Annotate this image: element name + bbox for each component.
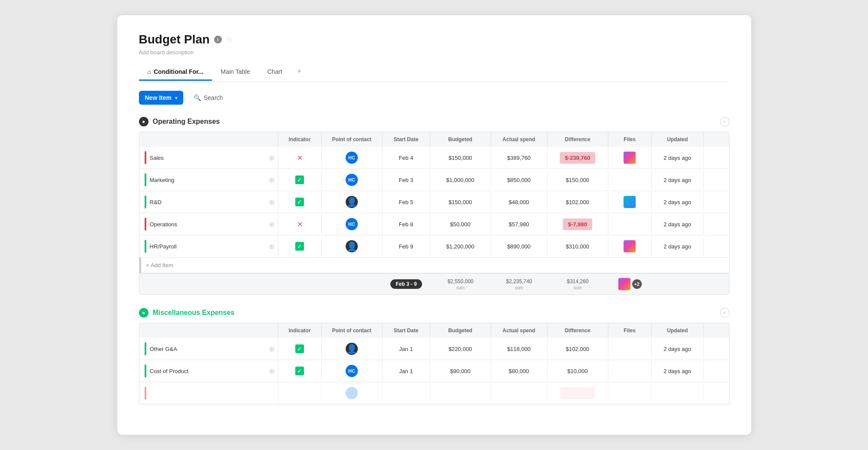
summary-actual: $2,235,740 sum: [491, 274, 548, 294]
row-marketing-action: [704, 170, 721, 189]
row-marketing-contact[interactable]: HC: [322, 169, 383, 190]
row-cost-product-name[interactable]: Cost of Product ⊕: [139, 360, 278, 382]
add-item-row[interactable]: + Add Item: [139, 258, 729, 273]
row-marketing-name[interactable]: Marketing ⊕: [139, 169, 278, 191]
row-hrpayroll-contact[interactable]: 👤: [322, 236, 383, 257]
row-color-bar: [145, 364, 146, 377]
info-icon[interactable]: i: [214, 36, 222, 43]
table-row: HR/Payroll ⊕ ✓ 👤 Feb 9 $1,200,000 $890,0…: [139, 235, 729, 258]
col-updated: Updated: [652, 132, 704, 147]
row-rd-indicator[interactable]: ✓: [278, 192, 322, 212]
row-hrpayroll-name[interactable]: HR/Payroll ⊕: [139, 235, 278, 257]
row-other-ga-name[interactable]: Other G&A ⊕: [139, 338, 278, 360]
row-cost-product-contact[interactable]: HC: [322, 361, 383, 381]
miscellaneous-expenses-header: ● Miscellaneous Expenses +: [139, 308, 729, 318]
col-name: [139, 132, 278, 147]
row-other-ga-difference: $102,000: [548, 339, 608, 358]
new-item-label: New Item: [145, 94, 172, 101]
row-rd-name[interactable]: R&D ⊕: [139, 191, 278, 213]
row-rd-files[interactable]: [608, 192, 652, 212]
row-marketing-files[interactable]: [608, 170, 652, 189]
operating-expenses-table-header: Indicator Point of contact Start Date Bu…: [139, 132, 729, 147]
row-sales-updated: 2 days ago: [652, 148, 704, 167]
diff-value: $102,000: [566, 346, 589, 352]
row-add-icon[interactable]: ⊕: [269, 220, 274, 228]
row-operations-indicator[interactable]: ✕: [278, 215, 322, 234]
row-operations-actual: $57,980: [491, 215, 548, 234]
row-cost-product-date: Jan 1: [383, 361, 430, 381]
summary-contact: [322, 280, 383, 288]
miscellaneous-expenses-add-icon[interactable]: +: [720, 308, 729, 318]
miscellaneous-expenses-collapse-icon[interactable]: ●: [139, 308, 149, 318]
row-add-icon[interactable]: ⊕: [269, 345, 274, 353]
row-rd-action: [704, 192, 721, 212]
tab-chart[interactable]: Chart: [259, 64, 291, 81]
row-operations-contact[interactable]: HC: [322, 214, 383, 235]
row-hrpayroll-files[interactable]: [608, 236, 652, 257]
summary-name: [139, 280, 278, 288]
row-cost-product-difference: $10,000: [548, 361, 608, 381]
misc-col-actions: [704, 323, 721, 338]
tab-main-table[interactable]: Main Table: [212, 64, 258, 81]
row-add-icon[interactable]: ⊕: [269, 242, 274, 251]
check-icon: ✓: [295, 175, 304, 184]
row-operations-updated: 2 days ago: [652, 215, 704, 234]
row-add-icon[interactable]: ⊕: [269, 154, 274, 162]
row-other-ga-updated: 2 days ago: [652, 339, 704, 358]
row-other-ga-contact[interactable]: 👤: [322, 338, 383, 359]
row-sales-name[interactable]: Sales ⊕: [139, 147, 278, 169]
tab-chart-label: Chart: [267, 68, 282, 75]
files-group: +2: [618, 278, 642, 290]
search-button[interactable]: 🔍 Search: [188, 91, 228, 105]
row-add-icon[interactable]: ⊕: [269, 367, 274, 375]
row-sales-files[interactable]: [608, 147, 652, 168]
row-operations-name[interactable]: Operations ⊕: [139, 213, 278, 235]
tab-add-button[interactable]: +: [291, 63, 308, 82]
table-row: Operations ⊕ ✕ HC Feb 8 $50,000 $57,980 …: [139, 213, 729, 235]
new-item-button[interactable]: New Item ▾: [139, 91, 183, 105]
search-label: Search: [204, 94, 223, 101]
row-partial-name[interactable]: [139, 382, 278, 404]
avatar: 👤: [346, 240, 358, 252]
col-files: Files: [608, 132, 652, 147]
misc-col-name: [139, 323, 278, 338]
row-hrpayroll-indicator[interactable]: ✓: [278, 237, 322, 256]
avatar: HC: [346, 365, 358, 377]
sum-label: sum: [515, 285, 523, 290]
row-rd-budgeted: $150,000: [430, 192, 491, 212]
row-sales-contact[interactable]: HC: [322, 147, 383, 168]
table-row: Marketing ⊕ ✓ HC Feb 3 $1,000,000 $850,0…: [139, 169, 729, 191]
row-other-ga-files[interactable]: [608, 339, 652, 358]
row-add-icon[interactable]: ⊕: [269, 176, 274, 184]
board-description[interactable]: Add board description: [139, 49, 729, 56]
app-container: Budget Plan i ☆ Add board description ⌂ …: [117, 15, 751, 435]
misc-col-files: Files: [608, 323, 652, 338]
row-sales-indicator[interactable]: ✕: [278, 148, 322, 167]
new-item-chevron-icon: ▾: [175, 96, 177, 100]
col-actual: Actual spend: [491, 132, 548, 147]
row-partial-indicator: [278, 384, 322, 403]
star-icon[interactable]: ☆: [226, 35, 233, 44]
miscellaneous-expenses-title: Miscellaneous Expenses: [153, 309, 235, 317]
tab-conditional[interactable]: ⌂ Conditional For...: [139, 64, 212, 81]
row-add-icon[interactable]: ⊕: [269, 198, 274, 206]
row-partial-difference: [548, 383, 608, 404]
misc-col-indicator: Indicator: [278, 323, 322, 338]
row-marketing-indicator[interactable]: ✓: [278, 170, 322, 189]
row-hrpayroll-budgeted: $1,200,000: [430, 237, 491, 256]
row-cost-product-indicator[interactable]: ✓: [278, 361, 322, 381]
table-row: R&D ⊕ ✓ 👤 Feb 5 $150,000 $48,000 $102,00…: [139, 191, 729, 213]
table-row: [139, 382, 729, 404]
row-rd-contact[interactable]: 👤: [322, 192, 383, 212]
summary-difference: $314,260 sum: [548, 274, 608, 294]
operating-expenses-collapse-icon[interactable]: ●: [139, 117, 149, 126]
operating-expenses-header: ● Operating Expenses +: [139, 117, 729, 126]
row-operations-files[interactable]: [608, 215, 652, 234]
row-other-ga-indicator[interactable]: ✓: [278, 339, 322, 358]
check-icon: ✓: [295, 367, 304, 375]
row-sales-actual: $389,760: [491, 148, 548, 167]
diff-value: $10,000: [568, 368, 588, 374]
summary-indicator: [278, 280, 322, 288]
operating-expenses-add-icon[interactable]: +: [720, 117, 729, 126]
row-cost-product-files[interactable]: [608, 361, 652, 381]
